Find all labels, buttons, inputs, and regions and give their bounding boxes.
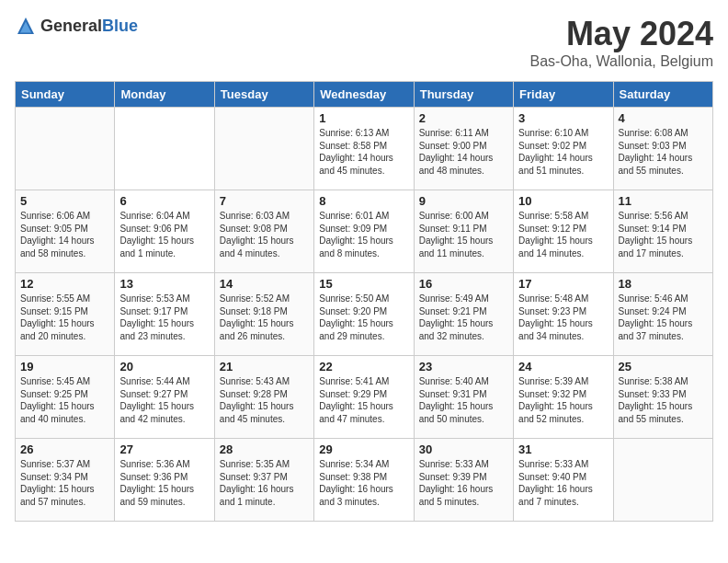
title-block: May 2024 Bas-Oha, Wallonia, Belgium xyxy=(530,15,714,70)
day-info: Sunrise: 5:56 AM Sunset: 9:14 PM Dayligh… xyxy=(619,210,708,259)
calendar-cell: 7Sunrise: 6:03 AM Sunset: 9:08 PM Daylig… xyxy=(214,190,313,273)
calendar-table: SundayMondayTuesdayWednesdayThursdayFrid… xyxy=(15,81,713,522)
logo-text-general: General xyxy=(40,17,102,35)
day-info: Sunrise: 5:33 AM Sunset: 9:40 PM Dayligh… xyxy=(518,458,608,508)
calendar-cell: 29Sunrise: 5:34 AM Sunset: 9:38 PM Dayli… xyxy=(314,439,414,522)
day-number: 14 xyxy=(220,277,309,291)
calendar-cell: 11Sunrise: 5:56 AM Sunset: 9:14 PM Dayli… xyxy=(613,190,712,273)
day-info: Sunrise: 5:53 AM Sunset: 9:17 PM Dayligh… xyxy=(119,293,209,342)
day-number: 19 xyxy=(20,360,109,373)
day-info: Sunrise: 5:58 AM Sunset: 9:12 PM Dayligh… xyxy=(518,210,608,259)
weekday-header-monday: Monday xyxy=(115,82,214,108)
day-number: 31 xyxy=(518,442,608,456)
day-info: Sunrise: 5:52 AM Sunset: 9:18 PM Dayligh… xyxy=(220,293,309,342)
day-number: 17 xyxy=(518,277,608,291)
day-number: 25 xyxy=(619,360,708,373)
calendar-cell: 19Sunrise: 5:45 AM Sunset: 9:25 PM Dayli… xyxy=(16,356,115,439)
weekday-header-row: SundayMondayTuesdayWednesdayThursdayFrid… xyxy=(16,82,713,108)
day-info: Sunrise: 5:45 AM Sunset: 9:25 PM Dayligh… xyxy=(20,375,109,425)
weekday-header-tuesday: Tuesday xyxy=(214,82,313,108)
calendar-cell: 5Sunrise: 6:06 AM Sunset: 9:05 PM Daylig… xyxy=(16,190,115,273)
calendar-cell: 4Sunrise: 6:08 AM Sunset: 9:03 PM Daylig… xyxy=(613,108,712,190)
day-number: 5 xyxy=(20,194,109,208)
calendar-cell: 14Sunrise: 5:52 AM Sunset: 9:18 PM Dayli… xyxy=(214,273,313,356)
day-info: Sunrise: 5:33 AM Sunset: 9:39 PM Dayligh… xyxy=(419,458,508,508)
day-number: 21 xyxy=(220,360,309,373)
calendar-cell: 9Sunrise: 6:00 AM Sunset: 9:11 PM Daylig… xyxy=(414,190,513,273)
calendar-cell: 10Sunrise: 5:58 AM Sunset: 9:12 PM Dayli… xyxy=(514,190,613,273)
day-number: 9 xyxy=(419,194,508,208)
week-row-3: 12Sunrise: 5:55 AM Sunset: 9:15 PM Dayli… xyxy=(16,273,713,356)
day-number: 30 xyxy=(419,442,508,456)
week-row-2: 5Sunrise: 6:06 AM Sunset: 9:05 PM Daylig… xyxy=(16,190,713,273)
logo: GeneralBlue xyxy=(15,15,138,37)
day-number: 1 xyxy=(319,111,408,125)
day-number: 2 xyxy=(419,111,508,125)
calendar-cell xyxy=(16,108,115,190)
calendar-cell: 8Sunrise: 6:01 AM Sunset: 9:09 PM Daylig… xyxy=(314,190,414,273)
calendar-cell: 30Sunrise: 5:33 AM Sunset: 9:39 PM Dayli… xyxy=(414,439,513,522)
calendar-cell: 31Sunrise: 5:33 AM Sunset: 9:40 PM Dayli… xyxy=(514,439,613,522)
day-info: Sunrise: 5:37 AM Sunset: 9:34 PM Dayligh… xyxy=(20,458,109,508)
weekday-header-friday: Friday xyxy=(514,82,613,108)
day-number: 27 xyxy=(119,442,209,456)
day-info: Sunrise: 5:40 AM Sunset: 9:31 PM Dayligh… xyxy=(419,375,508,425)
week-row-5: 26Sunrise: 5:37 AM Sunset: 9:34 PM Dayli… xyxy=(16,439,713,522)
day-number: 7 xyxy=(220,194,309,208)
day-number: 10 xyxy=(518,194,608,208)
calendar-cell: 23Sunrise: 5:40 AM Sunset: 9:31 PM Dayli… xyxy=(414,356,513,439)
day-info: Sunrise: 6:00 AM Sunset: 9:11 PM Dayligh… xyxy=(419,210,508,259)
calendar-cell: 28Sunrise: 5:35 AM Sunset: 9:37 PM Dayli… xyxy=(214,439,313,522)
calendar-cell: 27Sunrise: 5:36 AM Sunset: 9:36 PM Dayli… xyxy=(115,439,214,522)
weekday-header-thursday: Thursday xyxy=(414,82,513,108)
day-info: Sunrise: 6:03 AM Sunset: 9:08 PM Dayligh… xyxy=(220,210,309,259)
week-row-4: 19Sunrise: 5:45 AM Sunset: 9:25 PM Dayli… xyxy=(16,356,713,439)
calendar-cell: 24Sunrise: 5:39 AM Sunset: 9:32 PM Dayli… xyxy=(514,356,613,439)
day-info: Sunrise: 5:55 AM Sunset: 9:15 PM Dayligh… xyxy=(20,293,109,342)
calendar-cell xyxy=(214,108,313,190)
calendar-cell: 16Sunrise: 5:49 AM Sunset: 9:21 PM Dayli… xyxy=(414,273,513,356)
day-info: Sunrise: 5:43 AM Sunset: 9:28 PM Dayligh… xyxy=(220,375,309,425)
day-info: Sunrise: 5:46 AM Sunset: 9:24 PM Dayligh… xyxy=(619,293,708,342)
day-number: 15 xyxy=(319,277,408,291)
logo-text-blue: Blue xyxy=(102,17,138,35)
day-info: Sunrise: 5:35 AM Sunset: 9:37 PM Dayligh… xyxy=(220,458,309,508)
day-info: Sunrise: 6:04 AM Sunset: 9:06 PM Dayligh… xyxy=(119,210,209,259)
calendar-cell: 26Sunrise: 5:37 AM Sunset: 9:34 PM Dayli… xyxy=(16,439,115,522)
day-info: Sunrise: 6:13 AM Sunset: 8:58 PM Dayligh… xyxy=(319,127,408,177)
day-number: 13 xyxy=(119,277,209,291)
day-info: Sunrise: 5:41 AM Sunset: 9:29 PM Dayligh… xyxy=(319,375,408,425)
weekday-header-sunday: Sunday xyxy=(16,82,115,108)
calendar-cell: 25Sunrise: 5:38 AM Sunset: 9:33 PM Dayli… xyxy=(613,356,712,439)
calendar-cell xyxy=(115,108,214,190)
day-number: 18 xyxy=(619,277,708,291)
day-number: 24 xyxy=(518,360,608,373)
calendar-cell: 22Sunrise: 5:41 AM Sunset: 9:29 PM Dayli… xyxy=(314,356,414,439)
day-number: 12 xyxy=(20,277,109,291)
day-number: 20 xyxy=(119,360,209,373)
calendar-cell: 1Sunrise: 6:13 AM Sunset: 8:58 PM Daylig… xyxy=(314,108,414,190)
calendar-cell: 15Sunrise: 5:50 AM Sunset: 9:20 PM Dayli… xyxy=(314,273,414,356)
day-number: 6 xyxy=(119,194,209,208)
day-info: Sunrise: 5:38 AM Sunset: 9:33 PM Dayligh… xyxy=(619,375,708,425)
logo-icon xyxy=(15,15,37,37)
day-info: Sunrise: 5:36 AM Sunset: 9:36 PM Dayligh… xyxy=(119,458,209,508)
calendar-cell: 21Sunrise: 5:43 AM Sunset: 9:28 PM Dayli… xyxy=(214,356,313,439)
calendar-cell: 13Sunrise: 5:53 AM Sunset: 9:17 PM Dayli… xyxy=(115,273,214,356)
day-info: Sunrise: 6:06 AM Sunset: 9:05 PM Dayligh… xyxy=(20,210,109,259)
day-info: Sunrise: 5:48 AM Sunset: 9:23 PM Dayligh… xyxy=(518,293,608,342)
day-number: 28 xyxy=(220,442,309,456)
page-header: GeneralBlue May 2024 Bas-Oha, Wallonia, … xyxy=(15,15,713,70)
day-number: 16 xyxy=(419,277,508,291)
day-info: Sunrise: 5:39 AM Sunset: 9:32 PM Dayligh… xyxy=(518,375,608,425)
calendar-cell: 18Sunrise: 5:46 AM Sunset: 9:24 PM Dayli… xyxy=(613,273,712,356)
day-number: 29 xyxy=(319,442,408,456)
day-info: Sunrise: 5:50 AM Sunset: 9:20 PM Dayligh… xyxy=(319,293,408,342)
calendar-cell: 6Sunrise: 6:04 AM Sunset: 9:06 PM Daylig… xyxy=(115,190,214,273)
month-title: May 2024 xyxy=(530,15,714,53)
day-number: 26 xyxy=(20,442,109,456)
day-info: Sunrise: 6:08 AM Sunset: 9:03 PM Dayligh… xyxy=(619,127,708,177)
day-number: 23 xyxy=(419,360,508,373)
calendar-cell: 20Sunrise: 5:44 AM Sunset: 9:27 PM Dayli… xyxy=(115,356,214,439)
weekday-header-wednesday: Wednesday xyxy=(314,82,414,108)
